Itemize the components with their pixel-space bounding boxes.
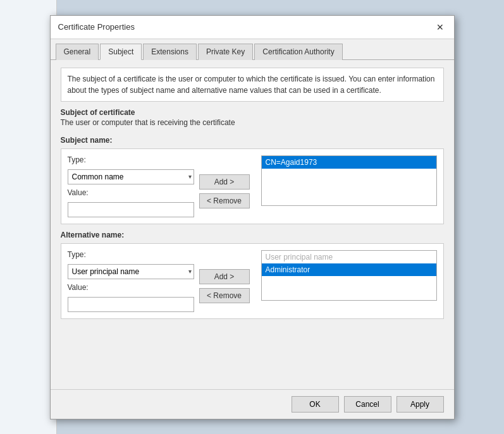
subject-name-label: Subject name: <box>61 136 444 145</box>
list-item[interactable]: CN=Agaid1973 <box>262 156 436 169</box>
alt-list[interactable]: User principal name Administrator <box>261 250 437 301</box>
subject-type-label: Type: <box>68 155 194 164</box>
subject-name-row: Type: Common name Organization Organizat… <box>61 148 444 224</box>
list-item[interactable]: User principal name <box>262 251 436 263</box>
subject-left-panel: Type: Common name Organization Organizat… <box>68 155 194 217</box>
subject-name-section: Subject name: Type: Common name Organiza… <box>61 136 444 224</box>
tab-extensions[interactable]: Extensions <box>143 44 197 60</box>
tabs-container: General Subject Extensions Private Key C… <box>51 39 454 60</box>
alt-right-panel: User principal name Administrator <box>261 250 437 301</box>
apply-button[interactable]: Apply <box>396 396 444 413</box>
subject-value-input[interactable] <box>68 202 194 217</box>
subject-right-panel: CN=Agaid1973 <box>261 155 437 206</box>
dialog-footer: OK Cancel Apply <box>51 389 454 419</box>
cancel-button[interactable]: Cancel <box>344 396 391 413</box>
subject-of-cert-title: Subject of certificate <box>61 108 444 117</box>
certificate-properties-dialog: Certificate Properties ✕ General Subject… <box>50 15 455 419</box>
close-button[interactable]: ✕ <box>434 21 446 33</box>
tab-general[interactable]: General <box>56 44 99 60</box>
subject-remove-button[interactable]: < Remove <box>199 193 250 208</box>
alt-name-row: Type: User principal name Email DNS name… <box>61 243 444 319</box>
tab-certification-authority[interactable]: Certification Authority <box>254 44 342 60</box>
title-bar: Certificate Properties ✕ <box>51 16 454 39</box>
tab-content: The subject of a certificate is the user… <box>51 60 454 389</box>
alt-add-button[interactable]: Add > <box>199 269 250 284</box>
subject-value-label: Value: <box>68 188 194 197</box>
subject-type-dropdown[interactable]: Common name Organization Organizational … <box>68 169 194 184</box>
alt-type-dropdown[interactable]: User principal name Email DNS name URL I… <box>68 264 194 279</box>
subject-list[interactable]: CN=Agaid1973 <box>261 155 437 206</box>
subject-type-wrapper: Common name Organization Organizational … <box>68 169 194 184</box>
alt-value-input[interactable] <box>68 297 194 312</box>
alt-type-wrapper: User principal name Email DNS name URL I… <box>68 264 194 279</box>
alt-mid-panel: Add > < Remove <box>199 250 256 303</box>
ok-button[interactable]: OK <box>292 396 339 413</box>
alt-type-label: Type: <box>68 250 194 259</box>
subject-add-button[interactable]: Add > <box>199 174 250 190</box>
subject-of-cert-subtitle: The user or computer that is receiving t… <box>61 118 444 127</box>
alt-name-section: Alternative name: Type: User principal n… <box>61 231 444 319</box>
alt-left-panel: Type: User principal name Email DNS name… <box>68 250 194 312</box>
alt-name-label: Alternative name: <box>61 231 444 239</box>
description-text: The subject of a certificate is the user… <box>61 68 444 102</box>
tab-private-key[interactable]: Private Key <box>198 44 253 60</box>
tab-subject[interactable]: Subject <box>100 44 142 60</box>
alt-value-label: Value: <box>68 283 194 292</box>
subject-mid-panel: Add > < Remove <box>199 155 256 208</box>
list-item[interactable]: Administrator <box>262 263 436 276</box>
alt-remove-button[interactable]: < Remove <box>199 288 250 303</box>
dialog-title: Certificate Properties <box>58 22 135 32</box>
